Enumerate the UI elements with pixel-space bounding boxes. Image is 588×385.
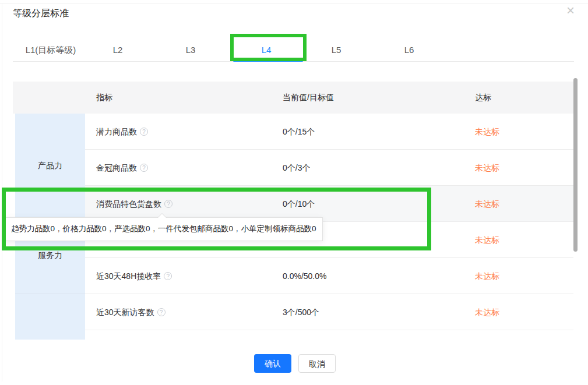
tab-l3[interactable]: L3 (186, 45, 196, 55)
group-label-product-power: 产品力 (15, 161, 85, 171)
row-label: 金冠商品数 ? (96, 150, 148, 186)
group-label-service-power: 服务力 (15, 250, 85, 261)
row-status-badge: 未达标 (475, 150, 499, 186)
tooltip-arrow-fill (158, 214, 166, 218)
row-status-badge: 未达标 (475, 258, 499, 294)
row-value: 3个/500个 (283, 294, 319, 330)
row-status-badge: 未达标 (475, 294, 499, 330)
help-icon[interactable]: ? (140, 128, 148, 136)
row-status-badge: 未达标 (475, 114, 499, 150)
page-title: 等级分层标准 (13, 8, 69, 20)
header-indicator: 指标 (96, 82, 112, 114)
help-icon[interactable]: ? (164, 272, 172, 280)
table-row: 潜力商品数 ? 0个/15个 未达标 (85, 114, 573, 150)
group-divider (15, 293, 85, 294)
modal-left-border (2, 3, 2, 382)
row-value: 0个/10个 (283, 186, 315, 222)
tab-l2[interactable]: L2 (113, 45, 123, 55)
row-status-badge: 未达标 (475, 186, 499, 222)
row-label-text: 消费品特色货盘数 (96, 186, 161, 222)
level-standard-dialog: 等级分层标准 × L1(目标等级) L2 L3 L4 L5 L6 指标 当前值/… (0, 0, 588, 385)
help-icon[interactable]: ? (140, 164, 148, 172)
tab-l6[interactable]: L6 (404, 45, 414, 55)
cancel-button[interactable]: 取消 (298, 354, 336, 373)
help-icon[interactable]: ? (157, 308, 166, 316)
row-label-text: 近30天新访客数 (96, 294, 154, 330)
header-current-target-value: 当前值/目标值 (283, 82, 334, 114)
tab-l1[interactable]: L1(目标等级) (26, 45, 76, 56)
row-status-badge: 未达标 (475, 222, 499, 258)
table-row: 近30天48H揽收率 ? 0.0%/50.0% 未达标 (85, 258, 573, 294)
tab-l5[interactable]: L5 (332, 45, 341, 55)
row-value: 0个/15个 (283, 114, 315, 150)
confirm-button[interactable]: 确认 (254, 354, 291, 373)
row-label: 近30天新访客数 ? (96, 294, 166, 330)
row-value: 0个/3个 (283, 150, 310, 186)
tooltip: 趋势力品数0，价格力品数0，严选品数0，一件代发包邮商品数0，小单定制领标商品数… (5, 217, 323, 241)
row-label-text: 潜力商品数 (96, 114, 137, 150)
row-label-text: 近30天48H揽收率 (96, 258, 161, 294)
tooltip-text: 趋势力品数0，价格力品数0，严选品数0，一件代发包邮商品数0，小单定制领标商品数… (5, 218, 322, 240)
modal-top-border (0, 3, 588, 3)
header-status: 达标 (475, 82, 491, 114)
tab-l4[interactable]: L4 (262, 45, 272, 55)
table-row: 金冠商品数 ? 0个/3个 未达标 (85, 150, 573, 186)
row-label: 潜力商品数 ? (96, 114, 148, 150)
help-icon[interactable]: ? (164, 200, 172, 208)
row-label-text: 金冠商品数 (96, 150, 137, 186)
table-row: 近30天新访客数 ? 3个/500个 未达标 (85, 294, 573, 330)
close-icon[interactable]: × (566, 3, 575, 17)
row-label: 近30天48H揽收率 ? (96, 258, 172, 294)
table-header: 指标 当前值/目标值 达标 (13, 82, 573, 114)
scrollbar-thumb[interactable] (573, 78, 578, 252)
row-value: 0.0%/50.0% (283, 258, 327, 294)
active-tab-indicator (233, 60, 303, 62)
